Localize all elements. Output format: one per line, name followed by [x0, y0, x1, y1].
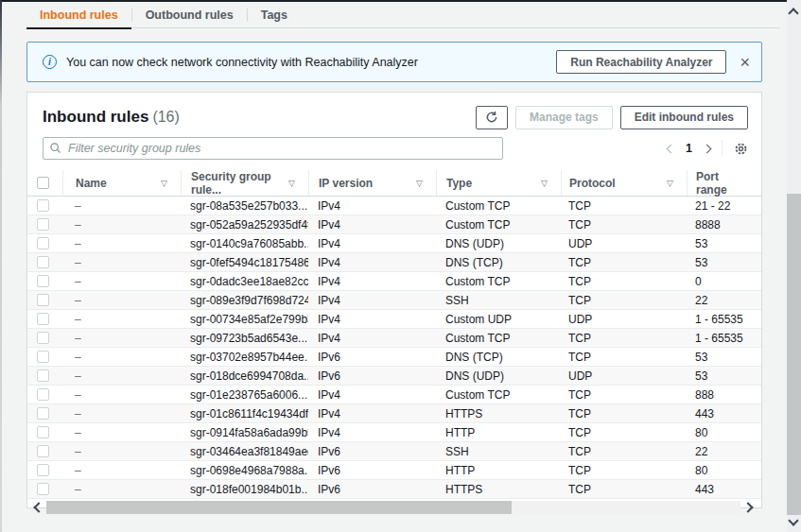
filter-icon[interactable]: ▽ — [667, 179, 673, 188]
scroll-down-icon[interactable] — [790, 511, 797, 528]
cell-protocol: TCP — [561, 256, 687, 269]
row-checkbox[interactable] — [37, 199, 49, 212]
manage-tags-button[interactable]: Manage tags — [515, 106, 613, 129]
filter-icon[interactable]: ▽ — [416, 179, 423, 188]
table-row[interactable]: – sgr-0698e4968a7988a... IPv6 HTTP TCP 8… — [27, 461, 761, 480]
row-checkbox[interactable] — [37, 275, 49, 287]
table-row[interactable]: – sgr-00734e85af2e799b3 IPv4 Custom UDP … — [27, 310, 761, 329]
inbound-rules-panel: Inbound rules (16) Manage tags Edit inbo… — [26, 92, 762, 508]
search-icon — [49, 142, 61, 154]
cell-type: Custom TCP — [436, 388, 561, 402]
cell-rule-id: sgr-09723b5ad6543e... — [181, 332, 308, 345]
row-checkbox[interactable] — [37, 351, 49, 363]
table-row[interactable]: – sgr-03702e8957b44ee... IPv6 DNS (TCP) … — [27, 348, 761, 367]
row-checkbox[interactable] — [37, 237, 49, 249]
row-checkbox[interactable] — [37, 483, 49, 495]
cell-type: Custom TCP — [436, 275, 561, 288]
table-row[interactable]: – sgr-01c8611f4c19434df IPv4 HTTPS TCP 4… — [27, 404, 761, 423]
horizontal-scrollbar — [27, 499, 761, 515]
horizontal-scrollbar-thumb[interactable] — [46, 501, 512, 514]
cell-protocol: TCP — [561, 445, 687, 458]
row-checkbox[interactable] — [37, 218, 49, 231]
row-checkbox[interactable] — [37, 256, 49, 268]
filter-icon[interactable]: ▽ — [161, 179, 167, 188]
cell-ip-version: IPv4 — [308, 388, 436, 402]
table-row[interactable]: – sgr-03464ea3f81849aed IPv6 SSH TCP 22 — [27, 442, 761, 461]
row-checkbox[interactable] — [37, 464, 49, 476]
row-checkbox[interactable] — [37, 294, 49, 306]
table-row[interactable]: – sgr-089e3f9d7f698d724 IPv4 SSH TCP 22 — [27, 291, 761, 310]
cell-protocol: TCP — [561, 294, 687, 307]
panel-count: (16) — [152, 109, 179, 126]
row-checkbox[interactable] — [37, 407, 49, 420]
tab-tags[interactable]: Tags — [248, 2, 301, 28]
filter-icon[interactable]: ▽ — [288, 179, 295, 188]
table-row[interactable]: – sgr-0140c9a76085abb... IPv4 DNS (UDP) … — [27, 234, 761, 253]
cell-protocol: TCP — [561, 275, 687, 288]
cell-port-range: 1 - 65535 — [687, 332, 761, 345]
table-row[interactable]: – sgr-018fe001984b01b... IPv6 HTTPS TCP … — [27, 480, 761, 499]
cell-ip-version: IPv4 — [308, 218, 436, 232]
cell-type: Custom TCP — [436, 332, 561, 345]
cell-type: HTTP — [436, 426, 561, 439]
table-row[interactable]: – sgr-08a535e257b033... IPv4 Custom TCP … — [27, 197, 761, 215]
vertical-scrollbar-thumb[interactable] — [787, 194, 801, 515]
row-checkbox[interactable] — [37, 426, 49, 438]
column-header-ip-version[interactable]: IP version ▽ — [309, 170, 437, 196]
column-header-port-range[interactable]: Port range — [688, 170, 761, 196]
cell-ip-version: IPv4 — [308, 256, 436, 269]
filter-icon[interactable]: ▽ — [541, 179, 548, 188]
cell-name: – — [62, 407, 181, 420]
banner-close-icon[interactable]: × — [740, 54, 750, 71]
cell-rule-id: sgr-052a59a252935df4f — [181, 218, 308, 232]
column-header-rule-id[interactable]: Security group rule... ▽ — [182, 170, 309, 196]
cell-name: – — [62, 313, 181, 326]
table-row[interactable]: – sgr-0dadc3ee18ae82cc6 IPv4 Custom TCP … — [27, 272, 761, 291]
cell-type: DNS (TCP) — [436, 256, 561, 269]
panel-title: Inbound rules — [43, 108, 148, 127]
edit-inbound-rules-button[interactable]: Edit inbound rules — [620, 106, 748, 129]
run-reachability-analyzer-button[interactable]: Run Reachability Analyzer — [556, 50, 726, 74]
cell-port-range: 443 — [687, 407, 761, 420]
row-checkbox[interactable] — [37, 313, 49, 325]
cell-name: – — [62, 275, 181, 288]
info-icon: i — [43, 55, 57, 69]
table-row[interactable]: – sgr-018dce6994708da... IPv6 DNS (UDP) … — [27, 367, 761, 386]
row-checkbox[interactable] — [37, 388, 49, 401]
column-header-name[interactable]: Name ▽ — [63, 170, 182, 196]
row-checkbox[interactable] — [37, 445, 49, 457]
refresh-button[interactable] — [476, 106, 508, 129]
row-checkbox[interactable] — [37, 332, 49, 344]
cell-ip-version: IPv4 — [308, 275, 436, 288]
table-row[interactable]: – sgr-0fef5494c18175486 IPv4 DNS (TCP) T… — [27, 253, 761, 272]
scroll-left-icon[interactable] — [31, 504, 46, 511]
tab-outbound-rules[interactable]: Outbound rules — [132, 2, 247, 28]
settings-gear-icon[interactable] — [734, 142, 748, 156]
row-checkbox[interactable] — [37, 369, 49, 382]
table-row[interactable]: – sgr-09723b5ad6543e... IPv4 Custom TCP … — [27, 329, 761, 348]
table-row[interactable]: – sgr-01e238765a6006... IPv4 Custom TCP … — [27, 386, 761, 404]
filter-input[interactable] — [43, 137, 503, 160]
cell-rule-id: sgr-0dadc3ee18ae82cc6 — [181, 275, 308, 288]
cell-name: – — [62, 388, 181, 402]
cell-type: Custom UDP — [436, 313, 561, 326]
cell-protocol: TCP — [561, 388, 687, 402]
select-all-checkbox[interactable] — [37, 177, 49, 189]
cell-port-range: 80 — [687, 426, 761, 439]
tab-inbound-rules[interactable]: Inbound rules — [26, 2, 131, 28]
cell-type: SSH — [436, 445, 561, 458]
current-page[interactable]: 1 — [686, 142, 692, 155]
vertical-scrollbar[interactable] — [787, 0, 801, 532]
scroll-up-icon[interactable] — [790, 4, 797, 21]
cell-port-range: 8888 — [687, 218, 761, 232]
previous-page-icon[interactable] — [667, 144, 676, 153]
table-row[interactable]: – sgr-052a59a252935df4f IPv4 Custom TCP … — [27, 215, 761, 234]
table-body: – sgr-08a535e257b033... IPv4 Custom TCP … — [27, 197, 761, 499]
scroll-right-icon[interactable] — [740, 504, 756, 511]
horizontal-scrollbar-track[interactable] — [46, 501, 740, 514]
next-page-icon[interactable] — [703, 144, 712, 153]
column-header-type[interactable]: Type ▽ — [437, 170, 562, 196]
table-row[interactable]: – sgr-0914fa58a6ada99b5 IPv4 HTTP TCP 80 — [27, 423, 761, 442]
column-header-protocol[interactable]: Protocol ▽ — [562, 170, 688, 196]
cell-protocol: TCP — [561, 218, 687, 232]
